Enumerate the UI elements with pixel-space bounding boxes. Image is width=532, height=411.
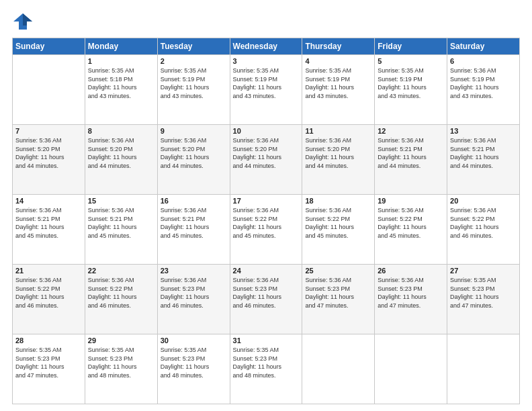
- day-info: Sunrise: 5:36 AM Sunset: 5:22 PM Dayligh…: [233, 207, 282, 239]
- calendar-day-cell: 5Sunrise: 5:35 AM Sunset: 5:19 PM Daylig…: [375, 55, 447, 125]
- calendar-week-row: 21Sunrise: 5:36 AM Sunset: 5:22 PM Dayli…: [13, 265, 520, 334]
- day-info: Sunrise: 5:35 AM Sunset: 5:19 PM Dayligh…: [378, 67, 427, 99]
- day-number: 8: [88, 127, 154, 135]
- day-info: Sunrise: 5:36 AM Sunset: 5:23 PM Dayligh…: [378, 277, 427, 309]
- day-number: 23: [161, 267, 227, 275]
- day-number: 13: [450, 127, 517, 135]
- calendar-day-cell: 11Sunrise: 5:36 AM Sunset: 5:20 PM Dayli…: [302, 125, 375, 195]
- day-number: 30: [161, 336, 227, 345]
- day-number: 5: [378, 57, 444, 65]
- calendar-day-cell: 14Sunrise: 5:36 AM Sunset: 5:21 PM Dayli…: [13, 195, 85, 265]
- calendar-day-cell: 28Sunrise: 5:35 AM Sunset: 5:23 PM Dayli…: [13, 334, 85, 404]
- day-info: Sunrise: 5:36 AM Sunset: 5:21 PM Dayligh…: [88, 207, 137, 239]
- day-info: Sunrise: 5:36 AM Sunset: 5:23 PM Dayligh…: [233, 277, 282, 309]
- calendar-day-cell: 1Sunrise: 5:35 AM Sunset: 5:18 PM Daylig…: [85, 55, 157, 125]
- day-number: 12: [378, 127, 444, 135]
- calendar-day-cell: 24Sunrise: 5:36 AM Sunset: 5:23 PM Dayli…: [230, 265, 302, 334]
- calendar-day-cell: 23Sunrise: 5:36 AM Sunset: 5:23 PM Dayli…: [157, 265, 230, 334]
- day-info: Sunrise: 5:35 AM Sunset: 5:19 PM Dayligh…: [161, 67, 210, 99]
- day-info: Sunrise: 5:36 AM Sunset: 5:21 PM Dayligh…: [378, 137, 427, 169]
- calendar-week-row: 14Sunrise: 5:36 AM Sunset: 5:21 PM Dayli…: [13, 195, 520, 265]
- weekday-header-sunday: Sunday: [13, 38, 85, 55]
- day-info: Sunrise: 5:35 AM Sunset: 5:23 PM Dayligh…: [161, 347, 210, 379]
- day-info: Sunrise: 5:35 AM Sunset: 5:19 PM Dayligh…: [305, 67, 354, 99]
- day-number: 15: [88, 197, 154, 205]
- calendar-day-cell: 29Sunrise: 5:35 AM Sunset: 5:23 PM Dayli…: [85, 334, 157, 404]
- day-number: 4: [305, 57, 371, 65]
- calendar-day-cell: 13Sunrise: 5:36 AM Sunset: 5:21 PM Dayli…: [447, 125, 520, 195]
- calendar-week-row: 28Sunrise: 5:35 AM Sunset: 5:23 PM Dayli…: [13, 334, 520, 404]
- day-number: 2: [161, 57, 227, 65]
- header: [12, 12, 520, 31]
- calendar-day-cell: 9Sunrise: 5:36 AM Sunset: 5:20 PM Daylig…: [157, 125, 230, 195]
- day-number: 7: [15, 127, 82, 135]
- day-info: Sunrise: 5:36 AM Sunset: 5:21 PM Dayligh…: [15, 207, 64, 239]
- day-number: 16: [161, 197, 227, 205]
- calendar-day-cell: 10Sunrise: 5:36 AM Sunset: 5:20 PM Dayli…: [230, 125, 302, 195]
- day-number: 25: [305, 267, 371, 275]
- day-number: 18: [305, 197, 371, 205]
- day-info: Sunrise: 5:36 AM Sunset: 5:22 PM Dayligh…: [88, 277, 137, 309]
- weekday-header-friday: Friday: [375, 38, 447, 55]
- calendar-week-row: 7Sunrise: 5:36 AM Sunset: 5:20 PM Daylig…: [13, 125, 520, 195]
- day-number: 26: [378, 267, 444, 275]
- logo-icon: [12, 12, 34, 31]
- weekday-header-row: SundayMondayTuesdayWednesdayThursdayFrid…: [13, 38, 520, 55]
- day-number: 22: [88, 267, 154, 275]
- calendar-day-cell: 25Sunrise: 5:36 AM Sunset: 5:23 PM Dayli…: [302, 265, 375, 334]
- weekday-header-tuesday: Tuesday: [157, 38, 230, 55]
- calendar-day-cell: 17Sunrise: 5:36 AM Sunset: 5:22 PM Dayli…: [230, 195, 302, 265]
- day-info: Sunrise: 5:36 AM Sunset: 5:20 PM Dayligh…: [305, 137, 354, 169]
- calendar-day-cell: 4Sunrise: 5:35 AM Sunset: 5:19 PM Daylig…: [302, 55, 375, 125]
- calendar-day-cell: 19Sunrise: 5:36 AM Sunset: 5:22 PM Dayli…: [375, 195, 447, 265]
- calendar-day-cell: 16Sunrise: 5:36 AM Sunset: 5:21 PM Dayli…: [157, 195, 230, 265]
- day-number: 27: [450, 267, 517, 275]
- calendar-day-cell: 18Sunrise: 5:36 AM Sunset: 5:22 PM Dayli…: [302, 195, 375, 265]
- day-info: Sunrise: 5:36 AM Sunset: 5:22 PM Dayligh…: [305, 207, 354, 239]
- day-info: Sunrise: 5:36 AM Sunset: 5:23 PM Dayligh…: [305, 277, 354, 309]
- empty-day-cell: [13, 55, 85, 125]
- day-number: 9: [161, 127, 227, 135]
- day-info: Sunrise: 5:36 AM Sunset: 5:20 PM Dayligh…: [161, 137, 210, 169]
- day-info: Sunrise: 5:35 AM Sunset: 5:23 PM Dayligh…: [450, 277, 499, 309]
- calendar-day-cell: 15Sunrise: 5:36 AM Sunset: 5:21 PM Dayli…: [85, 195, 157, 265]
- calendar-day-cell: 21Sunrise: 5:36 AM Sunset: 5:22 PM Dayli…: [13, 265, 85, 334]
- day-info: Sunrise: 5:36 AM Sunset: 5:23 PM Dayligh…: [161, 277, 210, 309]
- svg-marker-1: [23, 13, 32, 26]
- calendar-day-cell: 26Sunrise: 5:36 AM Sunset: 5:23 PM Dayli…: [375, 265, 447, 334]
- day-info: Sunrise: 5:36 AM Sunset: 5:19 PM Dayligh…: [450, 67, 499, 99]
- day-number: 1: [88, 57, 154, 65]
- day-number: 3: [233, 57, 300, 65]
- calendar-day-cell: 6Sunrise: 5:36 AM Sunset: 5:19 PM Daylig…: [447, 55, 520, 125]
- weekday-header-monday: Monday: [85, 38, 157, 55]
- calendar-day-cell: 3Sunrise: 5:35 AM Sunset: 5:19 PM Daylig…: [230, 55, 302, 125]
- calendar-day-cell: 8Sunrise: 5:36 AM Sunset: 5:20 PM Daylig…: [85, 125, 157, 195]
- day-number: 21: [15, 267, 82, 275]
- day-number: 17: [233, 197, 300, 205]
- calendar-day-cell: 31Sunrise: 5:35 AM Sunset: 5:23 PM Dayli…: [230, 334, 302, 404]
- day-number: 6: [450, 57, 517, 65]
- calendar-week-row: 1Sunrise: 5:35 AM Sunset: 5:18 PM Daylig…: [13, 55, 520, 125]
- day-number: 19: [378, 197, 444, 205]
- weekday-header-wednesday: Wednesday: [230, 38, 302, 55]
- day-info: Sunrise: 5:35 AM Sunset: 5:23 PM Dayligh…: [15, 347, 64, 379]
- calendar-day-cell: 7Sunrise: 5:36 AM Sunset: 5:20 PM Daylig…: [13, 125, 85, 195]
- day-info: Sunrise: 5:35 AM Sunset: 5:23 PM Dayligh…: [233, 347, 282, 379]
- day-info: Sunrise: 5:36 AM Sunset: 5:22 PM Dayligh…: [15, 277, 64, 309]
- day-number: 28: [15, 336, 82, 345]
- day-info: Sunrise: 5:35 AM Sunset: 5:18 PM Dayligh…: [88, 67, 137, 99]
- day-info: Sunrise: 5:36 AM Sunset: 5:21 PM Dayligh…: [450, 137, 499, 169]
- calendar-day-cell: 12Sunrise: 5:36 AM Sunset: 5:21 PM Dayli…: [375, 125, 447, 195]
- day-info: Sunrise: 5:36 AM Sunset: 5:22 PM Dayligh…: [450, 207, 499, 239]
- day-number: 29: [88, 336, 154, 345]
- logo: [12, 12, 35, 31]
- day-number: 24: [233, 267, 300, 275]
- calendar-day-cell: 2Sunrise: 5:35 AM Sunset: 5:19 PM Daylig…: [157, 55, 230, 125]
- day-number: 11: [305, 127, 371, 135]
- empty-day-cell: [447, 334, 520, 404]
- calendar-container: SundayMondayTuesdayWednesdayThursdayFrid…: [0, 0, 532, 411]
- day-number: 10: [233, 127, 300, 135]
- calendar-day-cell: 22Sunrise: 5:36 AM Sunset: 5:22 PM Dayli…: [85, 265, 157, 334]
- day-info: Sunrise: 5:36 AM Sunset: 5:20 PM Dayligh…: [88, 137, 137, 169]
- day-info: Sunrise: 5:35 AM Sunset: 5:19 PM Dayligh…: [233, 67, 282, 99]
